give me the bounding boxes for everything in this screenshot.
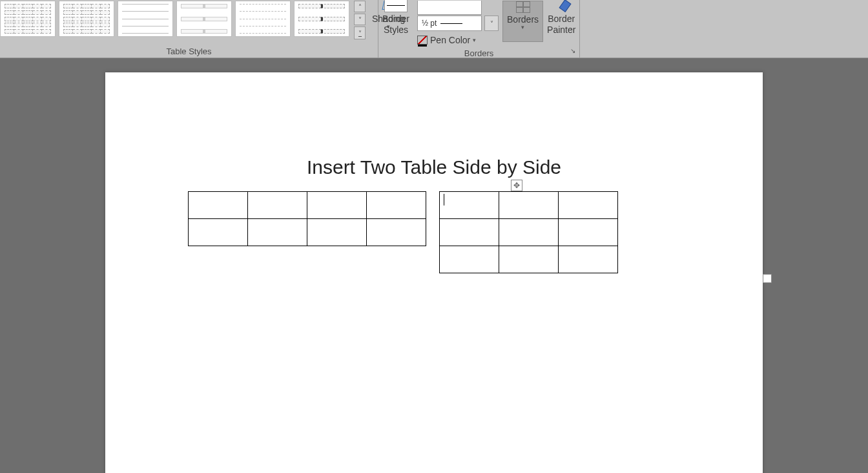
borders-icon (516, 1, 530, 13)
border-painter-label: Border Painter (547, 14, 575, 36)
pen-color-button[interactable]: Pen Color ▾ (413, 32, 502, 48)
line-style-preview[interactable] (417, 1, 482, 15)
side-by-side-tables: ✥ (188, 191, 763, 273)
borders-group: Border Styles ½ pt ˅ Pen Color ▾ (378, 0, 580, 58)
pen-settings: ½ pt ˅ Pen Color ▾ (413, 1, 502, 48)
page[interactable]: Insert Two Table Side by Side ✥ (105, 72, 763, 473)
pen-weight-dropdown[interactable]: ˅ (484, 16, 499, 31)
table-resize-handle[interactable] (763, 274, 772, 283)
pen-color-icon (417, 36, 428, 45)
table-row (440, 219, 618, 246)
painter-icon (553, 1, 569, 12)
border-style-preview-icon (384, 0, 408, 12)
dialog-launcher[interactable]: ↘ (568, 47, 577, 56)
dropdown-icon (521, 25, 524, 30)
table-style-item[interactable] (235, 1, 291, 37)
table-style-item[interactable] (0, 1, 56, 37)
table-style-item[interactable] (118, 1, 173, 37)
table-styles-gallery[interactable]: ˄ ˅ ˅̲ (0, 1, 366, 39)
borders-group-label: Borders (378, 48, 579, 59)
table-styles-group-label: Table Styles (0, 47, 378, 58)
table-move-handle[interactable]: ✥ (511, 180, 522, 191)
table-row (440, 246, 618, 273)
left-table[interactable] (188, 191, 426, 246)
gallery-scroll-down[interactable]: ˅ (354, 14, 366, 25)
gallery-expand[interactable]: ˅̲ (354, 26, 366, 39)
gallery-scroll-up[interactable]: ˄ (354, 1, 366, 12)
border-styles-label: Border Styles (382, 14, 409, 36)
text-cursor (444, 194, 444, 205)
border-styles-button[interactable]: Border Styles (378, 1, 413, 42)
table-styles-group: ˄ ˅ ˅̲ Shading Table Styles (0, 0, 378, 58)
ribbon: ˄ ˅ ˅̲ Shading Table Styles Border Style… (0, 0, 868, 58)
right-table[interactable] (439, 191, 618, 273)
border-painter-button[interactable]: Border Painter (543, 1, 579, 42)
gallery-controls: ˄ ˅ ˅̲ (354, 1, 366, 39)
table-row (189, 219, 426, 246)
line-weight-preview-icon (440, 23, 462, 24)
document-area: Insert Two Table Side by Side ✥ (0, 58, 868, 473)
table-style-item[interactable] (176, 1, 232, 37)
document-title: Insert Two Table Side by Side (105, 156, 763, 178)
pen-weight-select[interactable]: ½ pt (417, 16, 482, 31)
table-row (440, 192, 618, 219)
borders-button[interactable]: Borders (502, 1, 543, 42)
table-style-item[interactable] (59, 1, 114, 37)
pen-weight-value: ½ pt (422, 19, 437, 28)
pen-color-label: Pen Color (430, 35, 470, 45)
table-style-item[interactable] (294, 1, 349, 37)
table-row (189, 192, 426, 219)
